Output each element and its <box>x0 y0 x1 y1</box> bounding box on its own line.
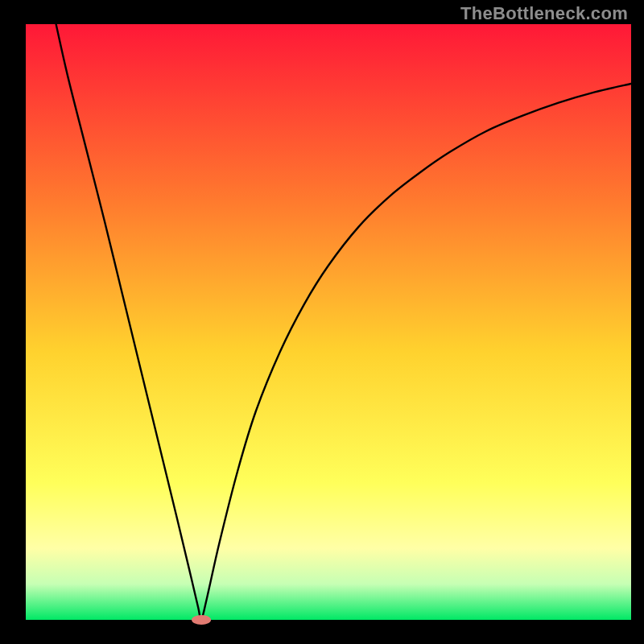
bottleneck-chart <box>0 0 644 644</box>
plot-background <box>26 24 631 620</box>
chart-frame: { "watermark": "TheBottleneck.com", "col… <box>0 0 644 644</box>
watermark-text: TheBottleneck.com <box>460 3 628 24</box>
optimal-marker <box>192 615 211 625</box>
